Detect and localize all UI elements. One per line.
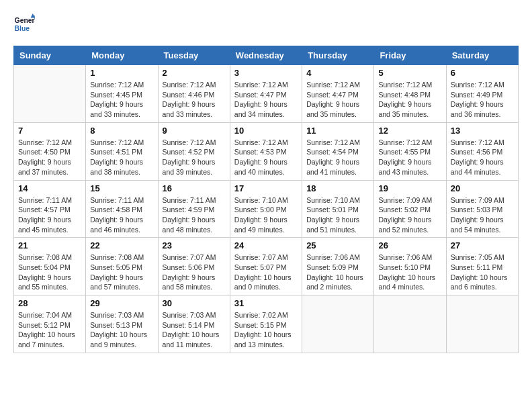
day-number: 21 bbox=[18, 240, 81, 250]
calendar-week-row: 7Sunrise: 7:12 AMSunset: 4:50 PMDaylight… bbox=[14, 122, 519, 180]
day-number: 1 bbox=[90, 68, 153, 78]
calendar-cell: 24Sunrise: 7:07 AMSunset: 5:07 PMDayligh… bbox=[230, 238, 302, 295]
weekday-header: Thursday bbox=[302, 46, 374, 65]
day-number: 14 bbox=[18, 183, 81, 193]
calendar-cell: 8Sunrise: 7:12 AMSunset: 4:51 PMDaylight… bbox=[86, 122, 158, 180]
day-number: 30 bbox=[163, 298, 226, 308]
calendar-cell bbox=[374, 295, 446, 353]
calendar-cell: 1Sunrise: 7:12 AMSunset: 4:45 PMDaylight… bbox=[86, 65, 158, 123]
day-number: 27 bbox=[451, 240, 514, 250]
day-info: Sunrise: 7:11 AMSunset: 4:57 PMDaylight:… bbox=[18, 195, 81, 235]
day-info: Sunrise: 7:12 AMSunset: 4:48 PMDaylight:… bbox=[378, 80, 441, 120]
calendar-cell: 12Sunrise: 7:12 AMSunset: 4:55 PMDayligh… bbox=[374, 122, 446, 180]
calendar-cell: 19Sunrise: 7:09 AMSunset: 5:02 PMDayligh… bbox=[374, 180, 446, 238]
calendar-cell: 11Sunrise: 7:12 AMSunset: 4:54 PMDayligh… bbox=[302, 122, 374, 180]
calendar-cell: 23Sunrise: 7:07 AMSunset: 5:06 PMDayligh… bbox=[158, 238, 230, 295]
day-info: Sunrise: 7:12 AMSunset: 4:52 PMDaylight:… bbox=[163, 138, 226, 177]
day-info: Sunrise: 7:12 AMSunset: 4:47 PMDaylight:… bbox=[234, 80, 298, 120]
day-info: Sunrise: 7:08 AMSunset: 5:05 PMDaylight:… bbox=[90, 253, 153, 292]
calendar-cell bbox=[14, 65, 86, 123]
calendar-week-row: 14Sunrise: 7:11 AMSunset: 4:57 PMDayligh… bbox=[14, 180, 519, 238]
day-number: 6 bbox=[451, 68, 514, 78]
weekday-header: Sunday bbox=[14, 46, 86, 65]
calendar-cell: 15Sunrise: 7:11 AMSunset: 4:58 PMDayligh… bbox=[86, 180, 158, 238]
day-info: Sunrise: 7:12 AMSunset: 4:55 PMDaylight:… bbox=[378, 138, 441, 177]
day-number: 10 bbox=[234, 126, 298, 136]
day-number: 18 bbox=[306, 183, 369, 193]
day-info: Sunrise: 7:12 AMSunset: 4:46 PMDaylight:… bbox=[163, 80, 226, 120]
weekday-header: Saturday bbox=[446, 46, 518, 65]
day-number: 22 bbox=[90, 240, 153, 250]
day-number: 25 bbox=[306, 240, 369, 250]
day-number: 13 bbox=[451, 126, 514, 136]
day-number: 5 bbox=[378, 68, 441, 78]
day-number: 4 bbox=[306, 68, 369, 78]
day-info: Sunrise: 7:12 AMSunset: 4:54 PMDaylight:… bbox=[306, 138, 369, 177]
logo: General Blue bbox=[13, 13, 32, 35]
day-info: Sunrise: 7:07 AMSunset: 5:06 PMDaylight:… bbox=[163, 253, 226, 292]
day-number: 23 bbox=[163, 240, 226, 250]
day-number: 2 bbox=[163, 68, 226, 78]
day-info: Sunrise: 7:11 AMSunset: 4:58 PMDaylight:… bbox=[90, 195, 153, 235]
calendar-week-row: 1Sunrise: 7:12 AMSunset: 4:45 PMDaylight… bbox=[14, 65, 519, 123]
calendar-cell: 16Sunrise: 7:11 AMSunset: 4:59 PMDayligh… bbox=[158, 180, 230, 238]
day-info: Sunrise: 7:03 AMSunset: 5:13 PMDaylight:… bbox=[90, 310, 153, 350]
calendar-cell: 28Sunrise: 7:04 AMSunset: 5:12 PMDayligh… bbox=[14, 295, 86, 353]
weekday-header: Monday bbox=[86, 46, 158, 65]
day-info: Sunrise: 7:06 AMSunset: 5:09 PMDaylight:… bbox=[306, 253, 369, 292]
day-info: Sunrise: 7:04 AMSunset: 5:12 PMDaylight:… bbox=[18, 310, 81, 350]
calendar-cell bbox=[302, 295, 374, 353]
weekday-header: Friday bbox=[374, 46, 446, 65]
weekday-header: Wednesday bbox=[230, 46, 302, 65]
calendar-cell: 10Sunrise: 7:12 AMSunset: 4:53 PMDayligh… bbox=[230, 122, 302, 180]
svg-text:Blue: Blue bbox=[15, 25, 30, 32]
day-number: 12 bbox=[378, 126, 441, 136]
day-info: Sunrise: 7:12 AMSunset: 4:49 PMDaylight:… bbox=[451, 80, 514, 120]
day-info: Sunrise: 7:12 AMSunset: 4:56 PMDaylight:… bbox=[451, 138, 514, 177]
svg-text:General: General bbox=[15, 17, 35, 24]
calendar-cell: 18Sunrise: 7:10 AMSunset: 5:01 PMDayligh… bbox=[302, 180, 374, 238]
calendar-cell: 25Sunrise: 7:06 AMSunset: 5:09 PMDayligh… bbox=[302, 238, 374, 295]
day-number: 29 bbox=[90, 298, 153, 308]
day-number: 9 bbox=[163, 126, 226, 136]
calendar-cell: 26Sunrise: 7:06 AMSunset: 5:10 PMDayligh… bbox=[374, 238, 446, 295]
calendar-cell: 31Sunrise: 7:02 AMSunset: 5:15 PMDayligh… bbox=[230, 295, 302, 353]
day-info: Sunrise: 7:10 AMSunset: 5:01 PMDaylight:… bbox=[306, 195, 369, 235]
weekday-header: Tuesday bbox=[158, 46, 230, 65]
day-number: 20 bbox=[451, 183, 514, 193]
calendar-header: SundayMondayTuesdayWednesdayThursdayFrid… bbox=[14, 46, 519, 65]
calendar-week-row: 28Sunrise: 7:04 AMSunset: 5:12 PMDayligh… bbox=[14, 295, 519, 353]
day-number: 28 bbox=[18, 298, 81, 308]
logo-icon: General Blue bbox=[13, 13, 35, 35]
calendar-cell: 29Sunrise: 7:03 AMSunset: 5:13 PMDayligh… bbox=[86, 295, 158, 353]
day-info: Sunrise: 7:07 AMSunset: 5:07 PMDaylight:… bbox=[234, 253, 298, 292]
calendar-body: 1Sunrise: 7:12 AMSunset: 4:45 PMDaylight… bbox=[14, 65, 519, 353]
calendar-cell bbox=[446, 295, 518, 353]
day-info: Sunrise: 7:09 AMSunset: 5:03 PMDaylight:… bbox=[451, 195, 514, 235]
day-number: 31 bbox=[234, 298, 298, 308]
day-info: Sunrise: 7:10 AMSunset: 5:00 PMDaylight:… bbox=[234, 195, 298, 235]
day-number: 7 bbox=[18, 126, 81, 136]
calendar-cell: 4Sunrise: 7:12 AMSunset: 4:47 PMDaylight… bbox=[302, 65, 374, 123]
calendar-cell: 7Sunrise: 7:12 AMSunset: 4:50 PMDaylight… bbox=[14, 122, 86, 180]
day-number: 19 bbox=[378, 183, 441, 193]
calendar-cell: 6Sunrise: 7:12 AMSunset: 4:49 PMDaylight… bbox=[446, 65, 518, 123]
day-info: Sunrise: 7:06 AMSunset: 5:10 PMDaylight:… bbox=[378, 253, 441, 292]
day-number: 17 bbox=[234, 183, 298, 193]
calendar-week-row: 21Sunrise: 7:08 AMSunset: 5:04 PMDayligh… bbox=[14, 238, 519, 295]
day-number: 15 bbox=[90, 183, 153, 193]
calendar-cell: 17Sunrise: 7:10 AMSunset: 5:00 PMDayligh… bbox=[230, 180, 302, 238]
day-number: 11 bbox=[306, 126, 369, 136]
calendar-cell: 30Sunrise: 7:03 AMSunset: 5:14 PMDayligh… bbox=[158, 295, 230, 353]
calendar-table: SundayMondayTuesdayWednesdayThursdayFrid… bbox=[13, 46, 519, 353]
day-info: Sunrise: 7:09 AMSunset: 5:02 PMDaylight:… bbox=[378, 195, 441, 235]
day-info: Sunrise: 7:12 AMSunset: 4:53 PMDaylight:… bbox=[234, 138, 298, 177]
day-info: Sunrise: 7:11 AMSunset: 4:59 PMDaylight:… bbox=[163, 195, 226, 235]
calendar-cell: 14Sunrise: 7:11 AMSunset: 4:57 PMDayligh… bbox=[14, 180, 86, 238]
day-info: Sunrise: 7:12 AMSunset: 4:50 PMDaylight:… bbox=[18, 138, 81, 177]
day-info: Sunrise: 7:03 AMSunset: 5:14 PMDaylight:… bbox=[163, 310, 226, 350]
day-info: Sunrise: 7:12 AMSunset: 4:51 PMDaylight:… bbox=[90, 138, 153, 177]
calendar-cell: 27Sunrise: 7:05 AMSunset: 5:11 PMDayligh… bbox=[446, 238, 518, 295]
page-header: General Blue bbox=[13, 13, 519, 35]
day-info: Sunrise: 7:02 AMSunset: 5:15 PMDaylight:… bbox=[234, 310, 298, 350]
